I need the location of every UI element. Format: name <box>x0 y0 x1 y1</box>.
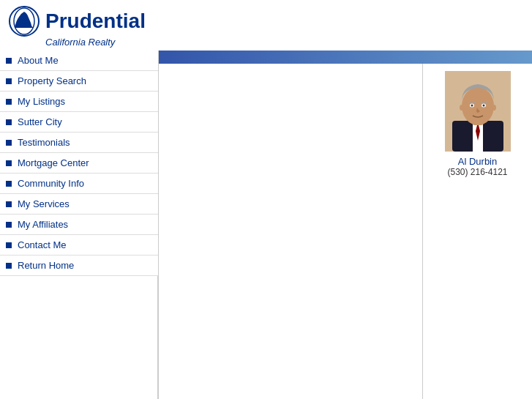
nav-item-label: About Me <box>18 55 59 66</box>
nav-bullet-icon <box>6 78 12 84</box>
svg-point-11 <box>482 105 484 107</box>
nav-bullet-icon <box>6 263 12 269</box>
agent-panel: Al Durbin (530) 216-4121 <box>422 64 532 399</box>
sidebar-item-community-info[interactable]: Community Info <box>0 174 158 194</box>
sidebar-item-contact-me[interactable]: Contact Me <box>0 235 158 256</box>
nav-bullet-icon <box>6 58 12 64</box>
main-content-area: Al Durbin (530) 216-4121 <box>159 51 532 399</box>
svg-point-10 <box>471 105 473 107</box>
svg-point-13 <box>492 105 496 111</box>
sidebar: About MeProperty SearchMy ListingsSutter… <box>0 51 159 399</box>
svg-point-7 <box>462 87 494 125</box>
nav-bullet-icon <box>6 222 12 228</box>
sidebar-item-return-home[interactable]: Return Home <box>0 256 158 276</box>
prudential-logo-icon <box>9 6 40 37</box>
nav-bullet-icon <box>6 242 12 248</box>
agent-photo <box>445 71 511 152</box>
nav-bullet-icon <box>6 160 12 166</box>
nav-item-label: Property Search <box>18 75 86 86</box>
top-blue-bar <box>159 51 532 64</box>
svg-point-12 <box>460 105 464 111</box>
nav-item-label: Testimonials <box>18 137 70 148</box>
sidebar-item-mortgage-center[interactable]: Mortgage Center <box>0 153 158 174</box>
sidebar-item-my-affiliates[interactable]: My Affiliates <box>0 215 158 235</box>
nav-item-label: My Affiliates <box>18 219 68 230</box>
sidebar-item-sutter-city[interactable]: Sutter City <box>0 112 158 133</box>
nav-item-label: Contact Me <box>18 239 66 250</box>
nav-bullet-icon <box>6 181 12 187</box>
nav-item-label: Sutter City <box>18 116 62 127</box>
company-sub: California Realty <box>45 37 146 48</box>
nav-bullet-icon <box>6 119 12 125</box>
sidebar-item-testimonials[interactable]: Testimonials <box>0 133 158 153</box>
nav-item-label: My Listings <box>18 96 65 107</box>
agent-name: Al Durbin <box>458 156 497 167</box>
page-body <box>159 64 422 399</box>
sidebar-item-about-me[interactable]: About Me <box>0 51 158 71</box>
sidebar-item-my-services[interactable]: My Services <box>0 194 158 215</box>
nav-item-label: Return Home <box>18 260 74 271</box>
nav-item-label: Mortgage Center <box>18 157 89 168</box>
agent-phone: (530) 216-4121 <box>447 167 507 177</box>
sidebar-item-my-listings[interactable]: My Listings <box>0 92 158 112</box>
nav-item-label: Community Info <box>18 178 84 189</box>
sidebar-item-property-search[interactable]: Property Search <box>0 71 158 92</box>
logo-area: Prudential California Realty <box>9 6 146 48</box>
nav-bullet-icon <box>6 201 12 207</box>
nav-bullet-icon <box>6 99 12 105</box>
nav-item-label: My Services <box>18 198 70 209</box>
nav-bullet-icon <box>6 140 12 146</box>
header: Prudential California Realty <box>0 0 532 51</box>
company-name: Prudential <box>45 10 146 33</box>
